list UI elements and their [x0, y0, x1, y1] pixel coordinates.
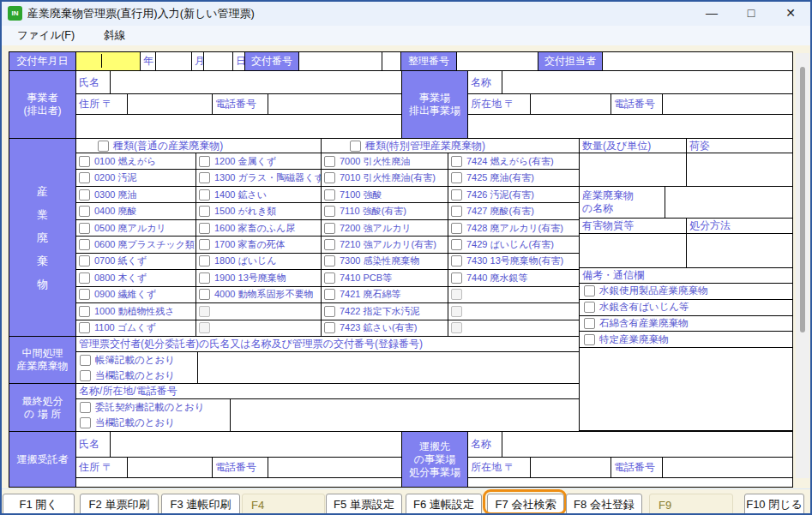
- final-disposal-input[interactable]: [230, 398, 580, 432]
- waste-0600-checkbox[interactable]: [79, 239, 90, 250]
- waste-7427-checkbox[interactable]: [451, 206, 462, 217]
- maximize-button[interactable]: □: [737, 0, 766, 26]
- intermediate-input[interactable]: [197, 351, 580, 384]
- transporter-address-input[interactable]: [127, 457, 213, 478]
- site-address-input[interactable]: [530, 93, 611, 115]
- waste-1900-checkbox[interactable]: [199, 272, 210, 284]
- waste-7000-checkbox[interactable]: [324, 156, 335, 167]
- waste-7410-checkbox[interactable]: [324, 272, 335, 284]
- waste-7421-checkbox[interactable]: [324, 289, 335, 300]
- scrollbar-thumb[interactable]: [800, 67, 805, 332]
- waste-7426-checkbox[interactable]: [451, 189, 462, 201]
- remarks-check-label: 水銀含有ばいじん等: [599, 301, 689, 314]
- waste-7100-checkbox[interactable]: [324, 189, 335, 201]
- waste-7010-checkbox[interactable]: [324, 172, 335, 183]
- remarks-input[interactable]: [579, 347, 793, 431]
- menu-item-file[interactable]: ファイル(F): [9, 27, 83, 45]
- remarks-check-row-1: 水銀使用製品産業廃棄物: [580, 284, 792, 300]
- remarks-checkbox-1[interactable]: [584, 285, 595, 296]
- this-column-checkbox-2[interactable]: [80, 417, 91, 428]
- waste-7423-checkbox[interactable]: [324, 322, 335, 333]
- waste-item-1900: 1900 13号廃棄物: [196, 270, 321, 286]
- site-name-input[interactable]: [502, 70, 793, 94]
- issue-number-input[interactable]: [298, 51, 382, 71]
- fkey-f6-button[interactable]: F6 連帳設定: [406, 494, 482, 515]
- waste-7440-checkbox[interactable]: [451, 272, 462, 284]
- month-suffix-label: 月: [191, 51, 204, 71]
- destination-tel-input[interactable]: [662, 457, 793, 478]
- waste-empty-checkbox: [451, 289, 462, 300]
- transporter-name-input[interactable]: [110, 431, 402, 458]
- waste-7110-checkbox[interactable]: [324, 206, 335, 217]
- waste-7428-checkbox[interactable]: [451, 223, 462, 234]
- waste-7422-checkbox[interactable]: [324, 306, 335, 317]
- fkey-f2-button[interactable]: F2 単票印刷: [80, 494, 159, 515]
- minimize-button[interactable]: —: [697, 0, 726, 26]
- waste-item-text: 7010 引火性廃油(有害): [340, 171, 436, 184]
- waste-1700-checkbox[interactable]: [199, 239, 210, 250]
- waste-1800-checkbox[interactable]: [199, 255, 210, 266]
- waste-1200-checkbox[interactable]: [199, 156, 210, 167]
- waste-name-input[interactable]: [665, 186, 793, 219]
- fkey-f5-button[interactable]: F5 単票設定: [326, 494, 402, 515]
- waste-1500-checkbox[interactable]: [199, 206, 210, 217]
- fkey-f10-button[interactable]: F10 閉じる: [744, 494, 804, 515]
- waste-item-1200: 1200 金属くず: [196, 153, 321, 170]
- emitter-name-input[interactable]: [110, 70, 402, 94]
- waste-1600-checkbox[interactable]: [199, 223, 210, 234]
- remarks-checkbox-3[interactable]: [584, 318, 595, 329]
- close-button[interactable]: ✕: [776, 0, 805, 26]
- waste-1000-checkbox[interactable]: [79, 306, 90, 317]
- waste-1400-checkbox[interactable]: [199, 189, 210, 201]
- hazard-input[interactable]: [579, 233, 687, 268]
- disposal-method-input[interactable]: [686, 233, 793, 268]
- transporter-tel-input[interactable]: [268, 457, 402, 478]
- waste-column-2: 1200 金属くず1300 ガラス・陶磁器くず1400 鉱さい1500 がれき類…: [195, 153, 322, 337]
- destination-address-input[interactable]: [530, 457, 611, 478]
- waste-4000-checkbox[interactable]: [199, 289, 210, 300]
- waste-7200-checkbox[interactable]: [324, 223, 335, 234]
- waste-7300-checkbox[interactable]: [324, 255, 335, 266]
- ledger-checkbox[interactable]: [80, 355, 91, 366]
- contract-checkbox[interactable]: [80, 402, 91, 413]
- fkey-f8-button[interactable]: F8 会社登録: [566, 494, 642, 515]
- waste-0900-checkbox[interactable]: [79, 289, 90, 300]
- fkey-f7-button[interactable]: F7 会社検索: [487, 494, 564, 515]
- waste-1100-checkbox[interactable]: [79, 322, 90, 333]
- waste-7424-checkbox[interactable]: [451, 156, 462, 167]
- waste-7430-checkbox[interactable]: [451, 255, 462, 266]
- remarks-checkbox-4[interactable]: [584, 334, 595, 345]
- waste-item-text: 0100 燃えがら: [94, 155, 156, 168]
- waste-7210-checkbox[interactable]: [324, 239, 335, 250]
- waste-0500-checkbox[interactable]: [79, 223, 90, 234]
- waste-7429-checkbox[interactable]: [451, 239, 462, 250]
- waste-0800-checkbox[interactable]: [79, 272, 90, 284]
- package-input[interactable]: [686, 153, 793, 187]
- site-address-label: 所在地 〒: [467, 93, 531, 115]
- fkey-f3-button[interactable]: F3 連帳印刷: [161, 494, 240, 515]
- waste-0300-checkbox[interactable]: [79, 189, 90, 201]
- waste-0700-checkbox[interactable]: [79, 255, 90, 266]
- issuer-person-input[interactable]: [602, 51, 793, 71]
- waste-header-special-checkbox[interactable]: [350, 141, 361, 152]
- issue-number-aux-input[interactable]: [382, 51, 401, 71]
- site-tel-input[interactable]: [662, 93, 793, 115]
- waste-7425-checkbox[interactable]: [451, 172, 462, 183]
- destination-name-input[interactable]: [502, 431, 793, 458]
- menu-item-diagonal[interactable]: 斜線: [95, 27, 134, 45]
- remarks-checkbox-2[interactable]: [584, 302, 595, 313]
- waste-header-normal-checkbox[interactable]: [98, 141, 109, 152]
- emitter-tel-input[interactable]: [268, 93, 402, 115]
- issue-month-input[interactable]: [155, 51, 192, 71]
- waste-0400-checkbox[interactable]: [79, 206, 90, 217]
- issue-day-input[interactable]: [203, 51, 233, 71]
- quantity-input[interactable]: [579, 153, 687, 187]
- this-column-checkbox-1[interactable]: [80, 370, 91, 381]
- fkey-f1-button[interactable]: F1 開く: [3, 494, 75, 515]
- waste-0200-checkbox[interactable]: [79, 172, 90, 183]
- waste-0100-checkbox[interactable]: [79, 156, 90, 167]
- emitter-address-input[interactable]: [127, 93, 213, 115]
- reference-number-input[interactable]: [456, 51, 538, 71]
- waste-1300-checkbox[interactable]: [199, 172, 210, 183]
- issue-year-input[interactable]: [75, 51, 141, 71]
